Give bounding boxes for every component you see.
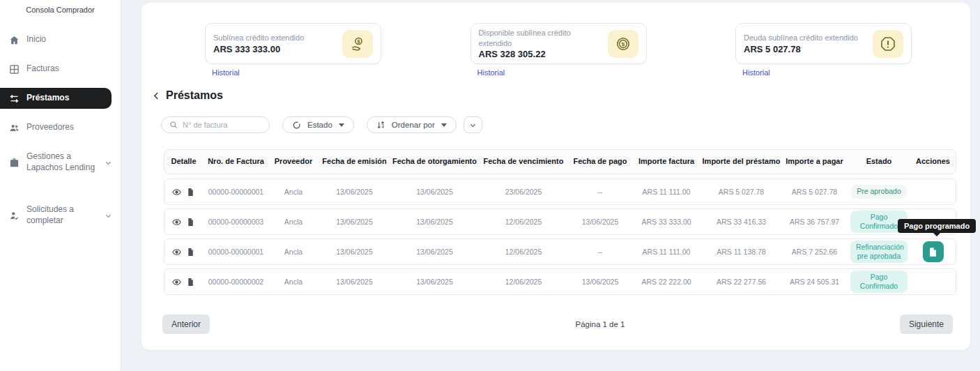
main-area: Sublínea crédito extendido ARS 333 333.0…: [121, 0, 980, 371]
historial-link[interactable]: Historial: [742, 68, 770, 77]
view-details-eye-icon[interactable]: [172, 218, 181, 227]
summary-cards-row: Sublínea crédito extendido ARS 333 333.0…: [141, 3, 970, 78]
cell-importe-pagar: ARS 36 757.97: [781, 218, 848, 227]
alert-octagon-icon: [873, 30, 903, 58]
sidebar-item-inicio[interactable]: Inicio: [0, 25, 121, 54]
table-row: 00000-00000001 Ancla 13/06/2025 13/06/20…: [164, 238, 956, 265]
cell-pago: --: [569, 248, 631, 257]
status-badge: Refinanciación pre aprobada: [850, 241, 908, 263]
cell-importe-pagar: ARS 24 505.31: [781, 278, 848, 287]
pagination: Anterior Página 1 de 1 Siguiente: [141, 315, 970, 334]
invoice-document-icon[interactable]: [186, 248, 195, 257]
cell-factura: 00000-00000001: [203, 188, 269, 197]
cell-importe-pagar: ARS 7 252.66: [781, 248, 848, 257]
svg-text:$: $: [621, 40, 625, 47]
previous-page-button[interactable]: Anterior: [162, 315, 210, 334]
cell-otorgamiento: 13/06/2025: [391, 248, 478, 257]
column-header: Estado: [848, 157, 910, 166]
column-header: Fecha de emisión: [318, 157, 391, 166]
cell-importe-prestamo: ARS 33 416.33: [701, 218, 781, 227]
historial-link[interactable]: Historial: [477, 68, 505, 77]
cell-importe-prestamo: ARS 5 027.78: [701, 188, 781, 197]
invoice-document-icon[interactable]: [186, 278, 195, 287]
column-header: Acciones: [910, 157, 956, 166]
cell-vencimiento: 12/06/2025: [478, 248, 569, 257]
invoice-document-icon[interactable]: [186, 218, 195, 227]
sidebar-item-proveedores[interactable]: Proveedores: [0, 113, 121, 142]
cell-proveedor: Ancla: [269, 188, 318, 197]
next-page-button[interactable]: Siguiente: [900, 315, 953, 334]
summary-card: Disponible sublínea crédito extendido AR…: [470, 23, 647, 64]
ordenar-filter[interactable]: Ordenar por: [367, 116, 457, 133]
cell-emision: 13/06/2025: [318, 188, 391, 197]
sort-icon: [376, 121, 385, 130]
cell-importe-prestamo: ARS 22 277.56: [701, 278, 781, 287]
page-title: Préstamos: [166, 89, 223, 102]
cell-otorgamiento: 13/06/2025: [391, 188, 478, 197]
card-label: Deuda sublínea crédito extendido: [744, 33, 858, 43]
invoices-grid-icon: [8, 63, 20, 75]
card-value: ARS 333 333.00: [213, 44, 304, 54]
expand-filters-button[interactable]: [464, 116, 482, 133]
summary-card: Deuda sublínea crédito extendido ARS 5 0…: [735, 23, 912, 64]
table-row: 00000-00000001 Ancla 13/06/2025 13/06/20…: [164, 179, 956, 205]
invoice-document-icon[interactable]: [186, 188, 195, 197]
search-input[interactable]: [183, 121, 261, 129]
sidebar: Consola Comprador Inicio Facturas Présta…: [0, 0, 121, 371]
people-icon: [8, 122, 20, 133]
sidebar-nav: Inicio Facturas Préstamos Proveedores Ge: [0, 25, 121, 236]
cell-importe-factura: ARS 11 111.00: [631, 248, 701, 257]
column-header: Importe factura: [631, 157, 701, 166]
schedule-payment-button[interactable]: [923, 241, 944, 262]
invoice-search[interactable]: [161, 116, 270, 133]
view-details-eye-icon[interactable]: [172, 248, 181, 257]
sidebar-item-label: Préstamos: [26, 93, 103, 104]
loans-table: Detalle Nro. de Factura Proveedor Fecha …: [164, 149, 956, 295]
sidebar-item-label: Facturas: [26, 63, 112, 75]
cell-pago: --: [569, 188, 631, 197]
chevron-down-icon: [105, 159, 112, 167]
sidebar-item-facturas[interactable]: Facturas: [0, 54, 121, 84]
sidebar-item-prestamos[interactable]: Préstamos: [0, 88, 112, 109]
search-icon: [169, 121, 178, 129]
back-chevron-icon[interactable]: [152, 91, 161, 100]
cell-importe-prestamo: ARS 11 138.78: [701, 248, 781, 257]
cell-proveedor: Ancla: [269, 248, 318, 257]
status-badge: Pago Confirmado: [850, 271, 908, 293]
table-row: 00000-00000003 Ancla 13/06/2025 13/06/20…: [164, 209, 956, 235]
cell-emision: 13/06/2025: [318, 218, 391, 227]
column-header: Importe a pagar: [781, 157, 848, 166]
view-details-eye-icon[interactable]: [172, 188, 181, 197]
historial-link[interactable]: Historial: [212, 68, 240, 77]
sidebar-item-label: Gestiones a Lapachos Lending: [26, 151, 98, 173]
caret-down-icon: [339, 123, 344, 127]
content-panel: Sublínea crédito extendido ARS 333 333.0…: [141, 3, 970, 350]
briefcase-icon: [8, 157, 20, 168]
sidebar-item-solicitudes[interactable]: Solicitudes a completar: [0, 195, 121, 236]
coin-icon: $: [608, 30, 638, 58]
column-header: Detalle: [164, 157, 203, 166]
cell-pago: 13/06/2025: [569, 218, 631, 227]
cell-vencimiento: 12/06/2025: [478, 218, 569, 227]
column-header: Nro. de Factura: [203, 157, 269, 166]
column-header: Fecha de pago: [569, 157, 631, 166]
estado-filter[interactable]: Estado: [282, 116, 354, 133]
card-value: ARS 5 027.78: [744, 44, 858, 54]
cell-pago: 13/06/2025: [569, 278, 631, 287]
sidebar-item-gestiones[interactable]: Gestiones a Lapachos Lending: [0, 142, 121, 183]
card-value: ARS 328 305.22: [479, 49, 604, 59]
column-header: Fecha de vencimiento: [478, 157, 569, 166]
home-icon: [8, 34, 20, 45]
cell-importe-pagar: ARS 5 027.78: [781, 188, 848, 197]
transfer-arrows-icon: [8, 93, 20, 104]
cell-vencimiento: 12/06/2025: [478, 278, 569, 287]
view-details-eye-icon[interactable]: [172, 278, 181, 287]
filters-bar: Estado Ordenar por: [161, 116, 970, 133]
card-deuda: Deuda sublínea crédito extendido ARS 5 0…: [735, 23, 912, 78]
card-label: Sublínea crédito extendido: [213, 33, 304, 43]
cell-factura: 00000-00000003: [203, 218, 269, 227]
chevron-down-icon: [105, 212, 112, 220]
chevron-down-icon: [469, 121, 477, 129]
cell-otorgamiento: 13/06/2025: [391, 278, 478, 287]
table-header: Detalle Nro. de Factura Proveedor Fecha …: [164, 149, 956, 174]
